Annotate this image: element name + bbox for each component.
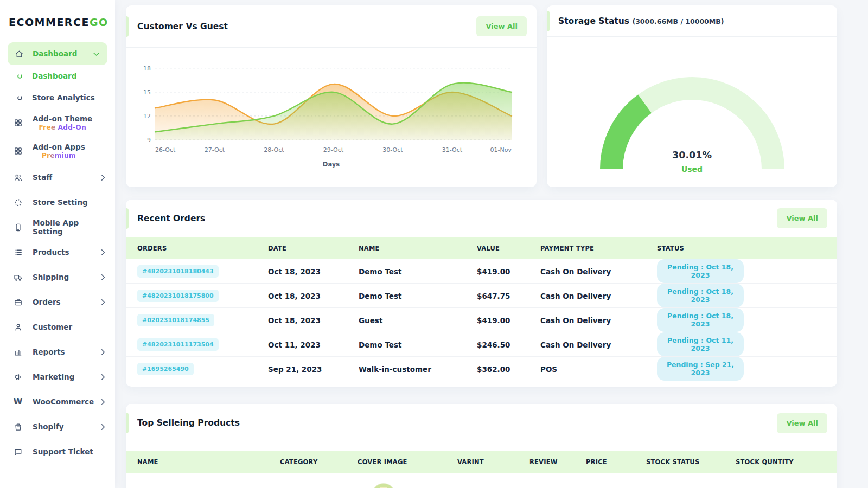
sidebar-item-dashboard[interactable]: Dashboard — [8, 42, 107, 65]
sidebar-item-customer[interactable]: Customer — [0, 314, 115, 339]
sidebar-item-staff[interactable]: Staff — [0, 165, 115, 190]
column-header-orders: ORDERS — [137, 245, 268, 252]
column-header-date: DATE — [268, 245, 359, 252]
sidebar-item-store-analytics[interactable]: Store Analytics — [0, 87, 115, 108]
sidebar-item-label: Support Ticket — [33, 447, 107, 456]
chat-icon — [13, 447, 23, 457]
top-selling-table-header: NAMECATEGORYCOVER IMAGEVARINTREVIEWPRICE… — [126, 451, 837, 473]
order-row: #4820231018180443Oct 18, 2023Demo Test$4… — [126, 259, 837, 284]
sidebar-item-shopify[interactable]: Shopify — [0, 414, 115, 439]
column-header-price: PRICE — [586, 458, 646, 466]
order-status-badge: Pending : Oct 18, 2023 — [657, 308, 744, 332]
sidebar-item-reports[interactable]: Reports — [0, 339, 115, 364]
order-customer-name: Walk-in-customer — [359, 365, 431, 374]
order-id-link[interactable]: #1695265490 — [137, 363, 194, 375]
list-icon — [13, 247, 23, 257]
sidebar-item-store-setting[interactable]: Store Setting — [0, 190, 115, 215]
sidebar-item-label: Dashboard — [32, 72, 76, 80]
chart-card-title: Customer Vs Guest — [137, 22, 228, 31]
top-selling-first-row — [126, 473, 837, 488]
chart-body: 912151826-Oct27-Oct28-Oct29-Oct30-Oct31-… — [126, 48, 537, 168]
order-date: Oct 18, 2023 — [268, 316, 321, 325]
chevron-right-icon — [98, 397, 107, 407]
order-date: Sep 21, 2023 — [268, 365, 322, 374]
order-date: Oct 18, 2023 — [268, 292, 321, 300]
chevron-right-icon — [98, 297, 107, 307]
sidebar-item-support-ticket[interactable]: Support Ticket — [0, 439, 115, 464]
order-status-badge: Pending : Oct 11, 2023 — [657, 332, 744, 356]
order-customer-name: Guest — [359, 316, 382, 325]
order-status-badge: Pending : Sep 21, 2023 — [657, 357, 744, 381]
sidebar-item-mobile-app-setting[interactable]: Mobile App Setting — [0, 215, 115, 240]
column-header-payment-type: PAYMENT TYPE — [540, 245, 657, 252]
order-id-link[interactable]: #4820231018175800 — [137, 290, 219, 302]
recent-orders-card: Recent Orders View All ORDERSDATENAMEVAL… — [126, 200, 837, 387]
sidebar-item-label: Store Analytics — [32, 93, 95, 102]
chart-card-header: Customer Vs Guest View All — [126, 5, 537, 48]
order-payment-type: Cash On Delivery — [540, 292, 611, 300]
order-value: $362.00 — [477, 365, 510, 374]
sidebar-item-label: Add-on Theme — [33, 114, 92, 123]
sidebar-item-shipping[interactable]: Shipping — [0, 265, 115, 290]
sidebar-item-label: Store Setting — [33, 198, 107, 207]
order-value: $419.00 — [477, 316, 510, 325]
column-header-category: CATEGORY — [280, 458, 358, 466]
bar-chart-icon — [13, 347, 23, 357]
brand-logo[interactable]: ECOMMERCEGO — [0, 0, 115, 28]
sidebar-item-label: Products — [33, 248, 98, 256]
sidebar-item-products[interactable]: Products — [0, 240, 115, 265]
recent-orders-table-header: ORDERSDATENAMEVALUEPAYMENT TYPESTATUS — [126, 237, 837, 259]
chevron-right-icon — [98, 272, 107, 282]
sidebar-item-subtitle: Free Add-On — [33, 123, 92, 131]
column-header-cover-image: COVER IMAGE — [358, 458, 457, 466]
sidebar-item-woocommerce[interactable]: WWooCommerce — [0, 389, 115, 414]
recent-orders-view-all-button[interactable]: View All — [777, 208, 827, 228]
storage-used-label: Used — [595, 165, 790, 174]
chevron-right-icon — [98, 372, 107, 382]
order-value: $246.50 — [477, 341, 510, 349]
dotted-circle-icon — [13, 197, 23, 207]
svg-text:29-Oct: 29-Oct — [323, 146, 344, 153]
sidebar-item-add-on-apps[interactable]: Add-on AppsPremium — [0, 137, 115, 165]
brand-name-accent: GO — [90, 16, 108, 28]
sidebar-item-label: Customer — [33, 323, 107, 331]
home-icon — [14, 49, 24, 59]
order-id-link[interactable]: #4820231018180443 — [137, 265, 219, 278]
storage-card-title: Storage Status (3000.66MB / 10000MB) — [558, 16, 724, 26]
svg-text:27-Oct: 27-Oct — [205, 146, 225, 153]
sidebar-item-label: Orders — [33, 298, 98, 306]
grid-icon — [13, 146, 23, 156]
ring-icon — [16, 73, 23, 79]
order-id-link[interactable]: #4820231011173504 — [137, 338, 219, 351]
customer-vs-guest-chart: 912151826-Oct27-Oct28-Oct29-Oct30-Oct31-… — [138, 55, 524, 158]
person-icon — [13, 322, 23, 332]
column-header-review: REVIEW — [529, 458, 586, 466]
order-row: #1695265490Sep 21, 2023Walk-in-customer$… — [126, 357, 837, 381]
sidebar-item-marketing[interactable]: Marketing — [0, 364, 115, 389]
chart-view-all-button[interactable]: View All — [476, 16, 527, 36]
woocommerce-icon: W — [13, 397, 23, 407]
svg-text:12: 12 — [143, 113, 151, 120]
sidebar-item-label: Staff — [33, 173, 98, 182]
order-customer-name: Demo Test — [359, 292, 401, 300]
storage-usage-text: (3000.66MB / 10000MB) — [632, 17, 724, 25]
sidebar-item-dashboard[interactable]: Dashboard — [0, 65, 115, 87]
chevron-down-icon — [91, 49, 101, 59]
svg-text:15: 15 — [143, 89, 151, 96]
sidebar-item-orders[interactable]: Orders — [0, 290, 115, 314]
order-customer-name: Demo Test — [359, 267, 401, 276]
order-payment-type: Cash On Delivery — [540, 316, 611, 325]
sidebar-item-label: Marketing — [33, 373, 98, 381]
order-row: #4820231011173504Oct 11, 2023Demo Test$2… — [126, 332, 837, 357]
top-selling-header: Top Selleing Products View All — [126, 404, 837, 442]
sidebar-item-add-on-theme[interactable]: Add-on ThemeFree Add-On — [0, 108, 115, 137]
column-header-stock-quntity: STOCK QUNTITY — [736, 458, 837, 466]
sidebar-menu: DashboardDashboardStore AnalyticsAdd-on … — [0, 42, 115, 464]
brand-name-primary: ECOMMERCE — [9, 16, 90, 28]
order-date: Oct 11, 2023 — [268, 341, 321, 349]
svg-text:9: 9 — [147, 137, 151, 144]
column-header-varint: VARINT — [457, 458, 529, 466]
order-id-link[interactable]: #020231018174855 — [137, 314, 214, 326]
order-row: #020231018174855Oct 18, 2023Guest$419.00… — [126, 308, 837, 332]
top-selling-view-all-button[interactable]: View All — [777, 413, 827, 433]
